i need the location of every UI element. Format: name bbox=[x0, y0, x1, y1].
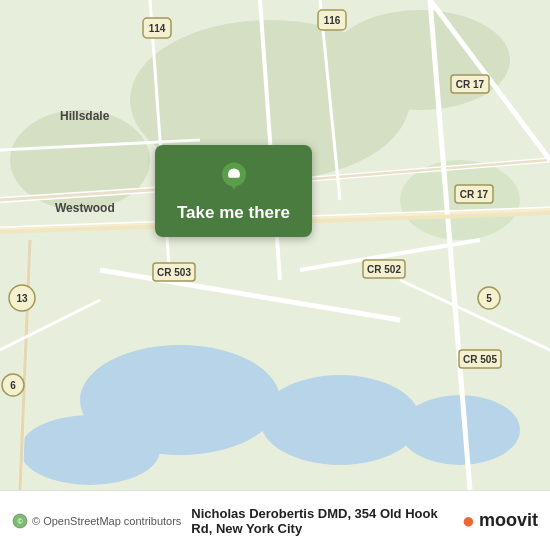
location-pin-icon bbox=[216, 159, 252, 195]
svg-text:Westwood: Westwood bbox=[55, 201, 115, 215]
osm-logo-icon: © bbox=[12, 513, 28, 529]
moovit-dot: ● bbox=[462, 510, 475, 532]
cta-button-container[interactable]: Take me there bbox=[155, 145, 312, 237]
svg-text:CR 17: CR 17 bbox=[460, 189, 489, 200]
svg-text:CR 502: CR 502 bbox=[367, 264, 401, 275]
bottom-bar: © © OpenStreetMap contributors Nicholas … bbox=[0, 490, 550, 550]
svg-text:CR 503: CR 503 bbox=[157, 267, 191, 278]
map-container: 114 116 CR 17 CR 17 CR 503 CR 502 CR 505… bbox=[0, 0, 550, 490]
svg-text:CR 505: CR 505 bbox=[463, 354, 497, 365]
svg-text:Hillsdale: Hillsdale bbox=[60, 109, 110, 123]
svg-text:114: 114 bbox=[149, 23, 166, 34]
svg-text:116: 116 bbox=[324, 15, 341, 26]
take-me-there-button[interactable]: Take me there bbox=[155, 145, 312, 237]
svg-text:13: 13 bbox=[16, 293, 28, 304]
moovit-text: moovit bbox=[479, 510, 538, 531]
osm-credit: © © OpenStreetMap contributors bbox=[12, 513, 181, 529]
place-name: Nicholas Derobertis DMD, 354 Old Hook Rd… bbox=[191, 506, 451, 536]
moovit-logo: ● moovit bbox=[462, 510, 538, 532]
svg-text:5: 5 bbox=[486, 293, 492, 304]
svg-point-4 bbox=[330, 10, 510, 110]
svg-point-7 bbox=[260, 375, 420, 465]
svg-point-9 bbox=[20, 415, 160, 485]
cta-label: Take me there bbox=[177, 203, 290, 223]
svg-text:CR 17: CR 17 bbox=[456, 79, 485, 90]
svg-text:6: 6 bbox=[10, 380, 16, 391]
osm-credit-text: © OpenStreetMap contributors bbox=[32, 515, 181, 527]
svg-text:©: © bbox=[17, 518, 23, 525]
svg-point-8 bbox=[400, 395, 520, 465]
place-info: Nicholas Derobertis DMD, 354 Old Hook Rd… bbox=[181, 506, 461, 536]
